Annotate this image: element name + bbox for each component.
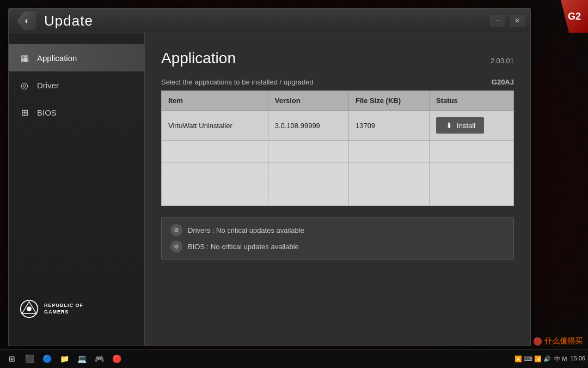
cell-item: VirtuWatt Uninstaller xyxy=(162,111,268,141)
watermark: 🔴 什么值得买 xyxy=(533,336,583,346)
window-body: ▦ Application ◎ Driver ⊞ BIOS xyxy=(9,33,530,346)
table-row-empty-3 xyxy=(162,184,514,206)
rog-emblem xyxy=(20,299,39,318)
sidebar-item-label: Driver xyxy=(37,81,59,90)
rog-text: REPUBLIC OF GAMERS xyxy=(44,303,83,315)
window-controls: − ✕ xyxy=(490,15,525,27)
taskbar-clock: 15:06 xyxy=(570,355,585,362)
table-row-empty-1 xyxy=(162,141,514,162)
col-item: Item xyxy=(162,91,268,111)
version-text: 2.03.01 xyxy=(491,57,514,65)
sidebar-item-label: BIOS xyxy=(37,108,57,117)
col-status: Status xyxy=(430,91,514,111)
taskbar-lang: 中 M xyxy=(554,355,567,363)
sidebar-item-driver[interactable]: ◎ Driver xyxy=(9,71,144,99)
table-row-empty-2 xyxy=(162,162,514,184)
sidebar: ▦ Application ◎ Driver ⊞ BIOS xyxy=(9,33,145,346)
watermark-text: 🔴 xyxy=(533,337,542,346)
install-button[interactable]: ⬇ Install xyxy=(436,117,484,134)
status-row-bios: ⚙ BIOS : No critical updates available xyxy=(170,240,505,252)
application-icon: ▦ xyxy=(19,52,30,64)
main-content: Application 2.03.01 Select the applicati… xyxy=(145,33,530,346)
sidebar-item-bios[interactable]: ⊞ BIOS xyxy=(9,99,144,126)
col-version: Version xyxy=(268,91,348,111)
subtitle-row: Select the applications to be installed … xyxy=(161,78,514,86)
taskbar-start[interactable]: ⊞ xyxy=(4,351,20,366)
model-text: G20AJ xyxy=(492,78,514,86)
bios-status-text: BIOS : No critical updates available xyxy=(188,243,299,251)
taskbar-icon-3[interactable]: 💻 xyxy=(74,351,89,366)
rog-g2-corner: G2 xyxy=(561,0,588,33)
taskbar-icon-0[interactable]: ⬛ xyxy=(22,351,37,366)
window-title: Update xyxy=(44,13,93,29)
taskbar: ⊞ ⬛ 🔵 📁 💻 🎮 🔴 🔼 ⌨ 📶 🔊 中 M 15:06 xyxy=(0,349,588,368)
bios-icon: ⊞ xyxy=(19,106,30,118)
col-filesize: File Size (KB) xyxy=(348,91,429,111)
status-row-drivers: ⚙ Drivers : No critical updates availabl… xyxy=(170,224,505,236)
taskbar-icon-5[interactable]: 🔴 xyxy=(109,351,124,366)
status-section: ⚙ Drivers : No critical updates availabl… xyxy=(161,217,514,260)
content-title: Application xyxy=(161,50,236,67)
content-header: Application 2.03.01 xyxy=(161,50,514,67)
sidebar-item-application[interactable]: ▦ Application xyxy=(9,44,144,71)
minimize-button[interactable]: − xyxy=(490,15,505,27)
sidebar-item-label: Application xyxy=(37,53,77,63)
cell-filesize: 13709 xyxy=(348,111,429,141)
taskbar-right: 🔼 ⌨ 📶 🔊 中 M 15:06 xyxy=(514,355,585,363)
close-button[interactable]: ✕ xyxy=(510,15,525,27)
title-bar: ‹ Update − ✕ xyxy=(9,9,530,33)
bios-status-icon: ⚙ xyxy=(170,240,182,252)
taskbar-system-tray: 🔼 ⌨ 📶 🔊 xyxy=(514,355,551,363)
download-icon: ⬇ xyxy=(445,121,454,130)
driver-status-icon: ⚙ xyxy=(170,224,182,236)
cell-version: 3.0.108.99999 xyxy=(268,111,348,141)
table-row: VirtuWatt Uninstaller 3.0.108.99999 1370… xyxy=(162,111,514,141)
driver-status-text: Drivers : No critical updates available xyxy=(188,226,304,234)
driver-icon: ◎ xyxy=(19,79,30,91)
svg-point-2 xyxy=(27,306,32,311)
main-window: ‹ Update − ✕ ▦ Application ◎ Driver xyxy=(8,8,531,346)
desktop: G2 ‹ Update − ✕ ▦ Application ◎ xyxy=(0,0,588,368)
taskbar-icon-4[interactable]: 🎮 xyxy=(91,351,107,366)
subtitle-text: Select the applications to be installed … xyxy=(161,78,314,86)
back-button[interactable]: ‹ xyxy=(17,11,36,31)
application-table: Item Version File Size (KB) Status Virtu… xyxy=(161,91,514,206)
taskbar-icon-1[interactable]: 🔵 xyxy=(39,351,54,366)
cell-status: ⬇ Install xyxy=(430,111,514,141)
taskbar-icon-2[interactable]: 📁 xyxy=(57,351,72,366)
